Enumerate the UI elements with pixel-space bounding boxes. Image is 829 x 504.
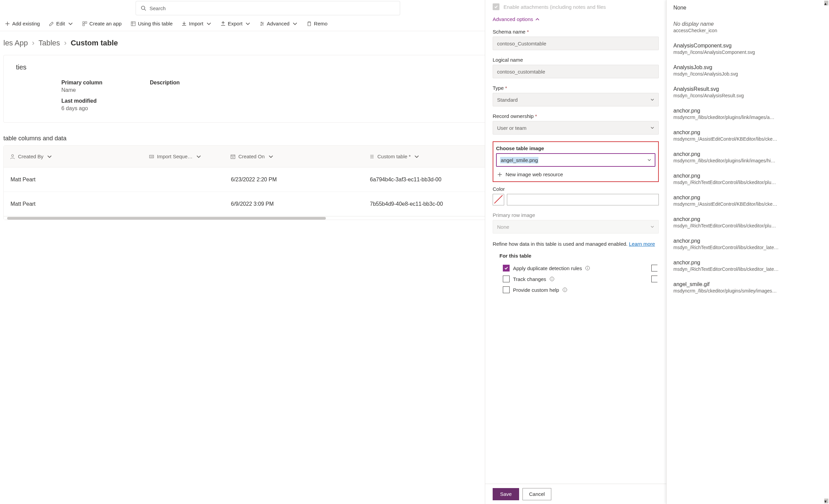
chevron-down-icon: [650, 98, 654, 102]
choose-image-highlight: Choose table image angel_smile.png New i…: [493, 141, 659, 182]
breadcrumb-app[interactable]: les App: [3, 39, 28, 47]
svg-rect-7: [131, 22, 135, 26]
description-label: Description: [150, 80, 180, 86]
flyout-option[interactable]: anchor.pngmsdyncrm_/libs/ckeditor/plugin…: [667, 146, 829, 168]
breadcrumb-tables[interactable]: Tables: [39, 39, 60, 47]
flyout-option-path: msdyn_/Icons/AnalysisJob.svg: [673, 71, 822, 77]
flyout-option[interactable]: No display nameaccessChecker_icon: [667, 16, 829, 38]
choose-image-select[interactable]: angel_smile.png: [496, 153, 655, 167]
flyout-option[interactable]: AnalysisJob.svgmsdyn_/Icons/AnalysisJob.…: [667, 60, 829, 81]
flyout-option-name: anchor.png: [673, 216, 822, 220]
cmd-add-existing[interactable]: Add existing: [1, 19, 43, 28]
svg-point-15: [261, 24, 262, 25]
chevron-down-icon: [647, 158, 651, 162]
advanced-icon: [259, 21, 265, 26]
flyout-option-path: msdyn_/RichTextEditorControl/libs/ckedit…: [673, 180, 822, 185]
color-swatch[interactable]: [493, 194, 504, 205]
calendar-icon: 31: [230, 154, 236, 159]
schema-name-label: Schema name *: [493, 29, 659, 35]
flyout-option-path: msdyn_/Icons/AnalysisResult.svg: [673, 93, 822, 98]
plus-icon: [497, 172, 502, 177]
new-image-web-resource[interactable]: New image web resource: [496, 169, 655, 179]
flyout-option[interactable]: anchor.pngmsdyncrm_/AssistEditControl/KB…: [667, 190, 829, 211]
delete-icon: [307, 21, 312, 26]
color-input[interactable]: [507, 194, 659, 205]
number-icon: 123: [149, 154, 154, 159]
advanced-options-toggle[interactable]: Advanced options: [493, 16, 659, 22]
cmd-import[interactable]: Import: [178, 19, 215, 28]
flyout-option-path: msdyncrm_/AssistEditControl/KBEditor/lib…: [673, 136, 822, 142]
col-import-sequence[interactable]: 123 Import Seque…: [143, 150, 224, 163]
list-icon: [369, 154, 375, 159]
svg-point-0: [141, 6, 145, 9]
flyout-option-name: None: [673, 5, 822, 11]
flyout-option-name: anchor.png: [673, 129, 822, 136]
chevron-right-icon: ›: [64, 39, 66, 47]
enable-attachments-checkbox: [493, 3, 499, 10]
cmd-export[interactable]: Export: [217, 19, 254, 28]
schema-name-field: contoso_Customtable: [493, 37, 659, 50]
svg-rect-5: [85, 22, 87, 23]
flyout-option-name: AnalysisComponent.svg: [673, 43, 822, 49]
logical-name-field: contoso_customtable: [493, 65, 659, 78]
card-title: ties: [12, 63, 26, 71]
export-icon: [220, 21, 226, 26]
cmd-remove[interactable]: Remo: [303, 19, 331, 28]
flyout-option[interactable]: anchor.pngmsdyn_/RichTextEditorControl/l…: [667, 168, 829, 190]
chevron-down-icon: [268, 154, 274, 159]
flyout-option-name: anchor.png: [673, 195, 822, 201]
primary-row-image-label: Primary row image: [493, 212, 659, 218]
edit-panel: Enable attachments (including notes and …: [485, 0, 666, 220]
svg-text:31: 31: [232, 156, 234, 158]
col-created-on[interactable]: 31 Created On: [224, 150, 363, 163]
record-ownership-label: Record ownership *: [493, 113, 659, 119]
breadcrumb-current: Custom table: [71, 39, 118, 47]
flyout-option-path: msdyncrm_/libs/ckeditor/plugins/link/ima…: [673, 158, 822, 163]
enable-attachments-row: Enable attachments (including notes and …: [493, 3, 659, 10]
chevron-right-icon: ›: [32, 39, 34, 47]
scroll-up-icon[interactable]: ▴: [824, 1, 828, 5]
search-placeholder: Search: [150, 5, 166, 11]
flyout-option[interactable]: None: [667, 0, 829, 16]
cmd-using-table[interactable]: Using this table: [127, 19, 176, 28]
flyout-option-path: msdyncrm_/libs/ckeditor/plugins/link/ima…: [673, 115, 822, 120]
svg-text:123: 123: [150, 156, 153, 158]
flyout-option-name: anchor.png: [673, 173, 822, 179]
logical-name-label: Logical name: [493, 57, 659, 63]
chevron-up-icon: [535, 17, 540, 22]
image-options-flyout: ▴ NoneNo display nameaccessChecker_iconA…: [666, 0, 829, 220]
chevron-down-icon: [196, 154, 201, 159]
table-icon: [131, 21, 136, 26]
svg-line-1: [144, 9, 146, 11]
flyout-option-name: AnalysisResult.svg: [673, 86, 822, 92]
svg-point-13: [261, 22, 262, 23]
chevron-down-icon: [68, 21, 73, 26]
flyout-option[interactable]: anchor.pngmsdyncrm_/AssistEditControl/KB…: [667, 125, 829, 146]
svg-rect-6: [83, 24, 84, 26]
flyout-option-path: msdyncrm_/AssistEditControl/KBEditor/lib…: [673, 201, 822, 207]
flyout-option[interactable]: anchor.pngmsdyn_/RichTextEditorControl/l…: [667, 211, 829, 220]
chevron-down-icon: [47, 154, 52, 159]
record-ownership-select: User or team: [493, 121, 659, 135]
flyout-option-path: accessChecker_icon: [673, 28, 822, 33]
chevron-down-icon: [292, 21, 298, 26]
flyout-option[interactable]: anchor.pngmsdyncrm_/libs/ckeditor/plugin…: [667, 103, 829, 125]
col-custom-table[interactable]: Custom table *: [363, 150, 485, 163]
app-icon: [82, 21, 87, 26]
flyout-option[interactable]: AnalysisResult.svgmsdyn_/Icons/AnalysisR…: [667, 81, 829, 103]
cmd-edit[interactable]: Edit: [45, 19, 77, 28]
svg-point-14: [262, 23, 263, 24]
cmd-advanced[interactable]: Advanced: [256, 19, 301, 28]
import-icon: [181, 21, 187, 26]
color-label: Color: [493, 186, 659, 192]
cmd-create-app[interactable]: Create an app: [79, 19, 125, 28]
primary-column-value: Name: [61, 87, 102, 93]
flyout-option[interactable]: AnalysisComponent.svgmsdyn_/Icons/Analys…: [667, 38, 829, 60]
plus-icon: [5, 21, 10, 26]
chevron-down-icon: [245, 21, 251, 26]
search-input[interactable]: Search: [136, 1, 400, 15]
col-created-by[interactable]: Created By: [4, 150, 143, 163]
last-modified-label: Last modified: [61, 98, 102, 104]
person-icon: [10, 154, 15, 159]
check-icon: [494, 5, 498, 9]
